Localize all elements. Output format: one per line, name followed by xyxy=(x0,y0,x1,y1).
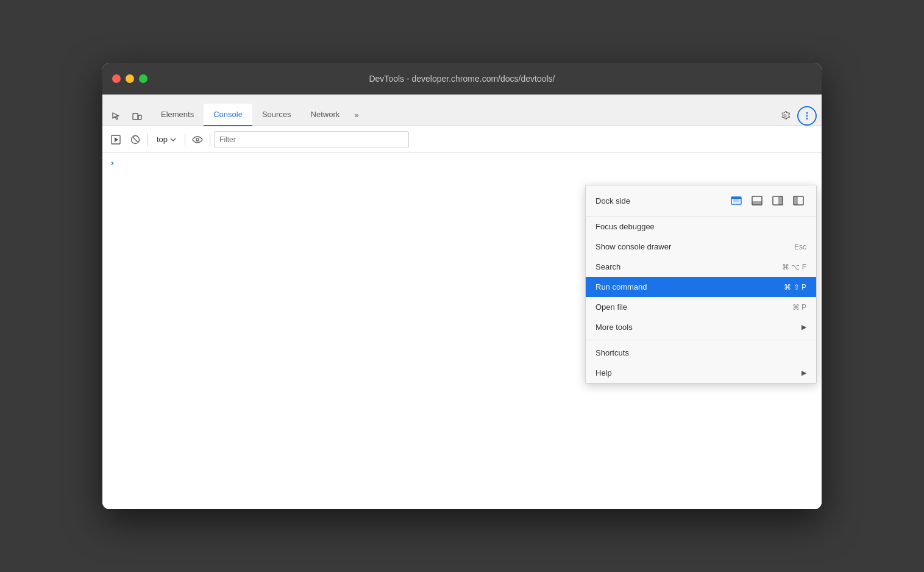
svg-rect-1 xyxy=(138,115,141,120)
menu-item-search-shortcut: ⌘ ⌥ F xyxy=(782,263,806,271)
menu-item-open-file-label: Open file xyxy=(595,302,627,312)
menu-item-more-tools[interactable]: More tools ▶ xyxy=(586,317,816,337)
tab-more-button[interactable]: » xyxy=(349,104,363,126)
tab-console[interactable]: Console xyxy=(204,104,252,126)
menu-item-help-label: Help xyxy=(595,368,612,377)
menu-item-focus-debuggee[interactable]: Focus debuggee xyxy=(586,216,816,237)
console-content: › Dock side xyxy=(102,153,822,509)
console-toolbar: top xyxy=(102,126,822,153)
toolbar-divider-3 xyxy=(210,134,210,146)
maximize-button[interactable] xyxy=(139,74,147,83)
svg-line-8 xyxy=(133,137,138,142)
run-script-button[interactable] xyxy=(107,131,124,148)
devtools-window: DevTools - developer.chrome.com/docs/dev… xyxy=(102,63,822,509)
dock-side-section: Dock side xyxy=(586,185,816,216)
dock-bottom-icon[interactable] xyxy=(749,193,765,209)
menu-item-show-console-drawer-shortcut: Esc xyxy=(794,243,806,251)
inspect-element-button[interactable] xyxy=(107,107,126,126)
menu-item-open-file[interactable]: Open file ⌘ P xyxy=(586,297,816,317)
svg-rect-0 xyxy=(133,113,138,120)
menu-item-search-label: Search xyxy=(595,262,620,271)
tab-sources[interactable]: Sources xyxy=(252,104,301,126)
context-selector[interactable]: top xyxy=(152,132,181,146)
tab-bar-right xyxy=(775,106,817,126)
more-tools-arrow-icon: ▶ xyxy=(801,323,806,331)
toolbar-divider-1 xyxy=(147,134,148,146)
dropdown-menu: Dock side xyxy=(585,185,817,384)
svg-marker-6 xyxy=(115,137,118,142)
svg-rect-16 xyxy=(778,196,783,205)
more-options-button[interactable] xyxy=(797,106,817,126)
tab-elements[interactable]: Elements xyxy=(151,104,204,126)
svg-rect-14 xyxy=(752,201,762,205)
help-arrow-icon: ▶ xyxy=(801,369,806,377)
prompt-chevron: › xyxy=(110,158,115,168)
close-button[interactable] xyxy=(112,74,121,83)
menu-item-shortcuts[interactable]: Shortcuts xyxy=(586,343,816,363)
window-title: DevTools - developer.chrome.com/docs/dev… xyxy=(369,74,555,84)
menu-item-help[interactable]: Help ▶ xyxy=(586,363,816,383)
context-selector-label: top xyxy=(157,135,168,144)
menu-item-more-tools-label: More tools xyxy=(595,323,633,332)
menu-item-show-console-drawer-label: Show console drawer xyxy=(595,242,671,251)
menu-item-search[interactable]: Search ⌘ ⌥ F xyxy=(586,257,816,277)
menu-item-run-command-shortcut: ⌘ ⇧ P xyxy=(784,283,806,291)
eye-icon-button[interactable] xyxy=(189,131,206,148)
traffic-lights xyxy=(112,74,147,83)
device-toolbar-button[interactable] xyxy=(128,107,146,126)
svg-point-3 xyxy=(806,115,808,117)
filter-input[interactable] xyxy=(214,131,409,148)
menu-item-open-file-shortcut: ⌘ P xyxy=(792,303,806,312)
dock-side-label: Dock side xyxy=(595,196,721,206)
tab-bar: Elements Console Sources Network » xyxy=(102,95,822,126)
menu-separator xyxy=(586,340,816,340)
svg-rect-18 xyxy=(794,196,798,205)
dock-right-icon[interactable] xyxy=(770,193,786,209)
svg-rect-12 xyxy=(731,197,741,199)
clear-console-button[interactable] xyxy=(127,131,144,148)
tab-network[interactable]: Network xyxy=(301,104,350,126)
menu-item-focus-debuggee-label: Focus debuggee xyxy=(595,222,655,231)
svg-point-9 xyxy=(196,138,199,140)
console-prompt: › xyxy=(102,153,822,173)
minimize-button[interactable] xyxy=(126,74,134,83)
devtools-container: Elements Console Sources Network » xyxy=(102,95,822,509)
menu-item-run-command-label: Run command xyxy=(595,282,647,291)
tabs: Elements Console Sources Network » xyxy=(151,103,775,126)
svg-point-2 xyxy=(806,112,808,114)
dock-left-icon[interactable] xyxy=(791,193,806,209)
dock-undock-icon[interactable] xyxy=(728,193,744,209)
svg-point-4 xyxy=(806,118,808,120)
menu-item-shortcuts-label: Shortcuts xyxy=(595,348,629,357)
menu-item-show-console-drawer[interactable]: Show console drawer Esc xyxy=(586,237,816,257)
settings-button[interactable] xyxy=(775,106,795,126)
titlebar: DevTools - developer.chrome.com/docs/dev… xyxy=(102,63,822,95)
tab-bar-left-icons xyxy=(107,107,146,126)
dock-icons xyxy=(728,193,806,209)
svg-rect-11 xyxy=(733,199,739,202)
toolbar-divider-2 xyxy=(185,134,185,146)
menu-item-run-command[interactable]: Run command ⌘ ⇧ P xyxy=(586,277,816,297)
